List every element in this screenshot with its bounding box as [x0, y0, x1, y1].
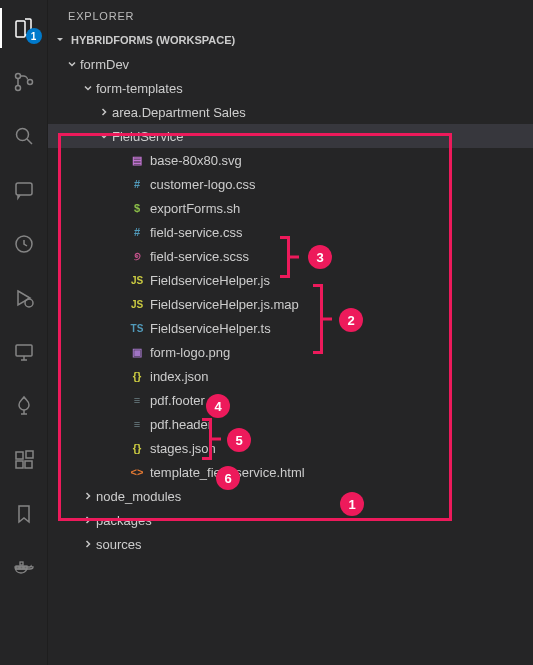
image-icon: ▣ [128, 346, 146, 359]
file-label: FieldserviceHelper.js [150, 273, 270, 288]
file-item[interactable]: ୭field-service.scss [48, 244, 533, 268]
svg-point-6 [25, 299, 33, 307]
activity-remote[interactable] [0, 332, 48, 372]
file-label: FieldserviceHelper.ts [150, 321, 271, 336]
activity-chat[interactable] [0, 170, 48, 210]
file-item[interactable]: $exportForms.sh [48, 196, 533, 220]
activity-scm[interactable] [0, 62, 48, 102]
file-item[interactable]: #field-service.css [48, 220, 533, 244]
chevron-down-icon [80, 82, 96, 94]
svg-point-3 [16, 129, 28, 141]
file-label: pdf.header [150, 417, 212, 432]
folder-formtemplates[interactable]: form-templates [48, 76, 533, 100]
js-icon: JS [128, 275, 146, 286]
chevron-down-icon [52, 34, 68, 46]
folder-packages[interactable]: packages [48, 508, 533, 532]
svg-point-2 [27, 80, 32, 85]
file-item[interactable]: <>template_field-service.html [48, 460, 533, 484]
file-item[interactable]: {}stages.json [48, 436, 533, 460]
folder-label: node_modules [96, 489, 181, 504]
svg-point-1 [15, 86, 20, 91]
activity-bookmarks[interactable] [0, 494, 48, 534]
text-icon: ≡ [128, 418, 146, 430]
folder-label: packages [96, 513, 152, 528]
file-item[interactable]: TSFieldserviceHelper.ts [48, 316, 533, 340]
svg-rect-4 [16, 183, 32, 195]
folder-label: form-templates [96, 81, 183, 96]
file-item[interactable]: #customer-logo.css [48, 172, 533, 196]
svg-rect-11 [26, 451, 33, 458]
js-icon: JS [128, 299, 146, 310]
activity-extensions[interactable] [0, 440, 48, 480]
file-item[interactable]: ≡pdf.footer [48, 388, 533, 412]
scss-icon: ୭ [128, 250, 146, 263]
activity-bar: 1 [0, 0, 48, 665]
file-label: customer-logo.css [150, 177, 255, 192]
svg-icon: ▤ [128, 154, 146, 167]
folder-formdev[interactable]: formDev [48, 52, 533, 76]
text-icon: ≡ [128, 394, 146, 406]
json-icon: {} [128, 370, 146, 382]
file-item[interactable]: {}index.json [48, 364, 533, 388]
activity-explorer[interactable]: 1 [0, 8, 48, 48]
chevron-right-icon [96, 106, 112, 118]
file-label: FieldserviceHelper.js.map [150, 297, 299, 312]
folder-label: area.Department Sales [112, 105, 246, 120]
activity-timeline[interactable] [0, 224, 48, 264]
svg-rect-7 [16, 345, 32, 356]
workspace-header[interactable]: HYBRIDFORMS (WORKSPACE) [48, 30, 533, 50]
svg-rect-8 [16, 452, 23, 459]
folder-label: formDev [80, 57, 129, 72]
file-label: field-service.css [150, 225, 242, 240]
json-icon: {} [128, 442, 146, 454]
file-item[interactable]: JSFieldserviceHelper.js [48, 268, 533, 292]
file-label: form-logo.png [150, 345, 230, 360]
chevron-down-icon [64, 58, 80, 70]
activity-testing[interactable] [0, 386, 48, 426]
file-item[interactable]: ▤base-80x80.svg [48, 148, 533, 172]
file-item[interactable]: ▣form-logo.png [48, 340, 533, 364]
chevron-down-icon [96, 130, 112, 142]
chevron-right-icon [80, 490, 96, 502]
svg-rect-15 [20, 562, 23, 565]
explorer-badge: 1 [26, 28, 42, 44]
chevron-right-icon [80, 538, 96, 550]
ts-icon: TS [128, 323, 146, 334]
workspace-title: HYBRIDFORMS (WORKSPACE) [71, 34, 235, 46]
file-label: base-80x80.svg [150, 153, 242, 168]
folder-label: FieldService [112, 129, 184, 144]
explorer-title: EXPLORER [48, 0, 533, 30]
file-label: pdf.footer [150, 393, 205, 408]
folder-sources[interactable]: sources [48, 532, 533, 556]
css-icon: # [128, 178, 146, 190]
activity-debug[interactable] [0, 278, 48, 318]
file-label: stages.json [150, 441, 216, 456]
css-icon: # [128, 226, 146, 238]
activity-docker[interactable] [0, 548, 48, 588]
folder-label: sources [96, 537, 142, 552]
html-icon: <> [128, 466, 146, 478]
activity-search[interactable] [0, 116, 48, 156]
file-label: index.json [150, 369, 209, 384]
explorer-sidebar: EXPLORER HYBRIDFORMS (WORKSPACE) formDev… [48, 0, 533, 665]
file-label: exportForms.sh [150, 201, 240, 216]
svg-point-0 [15, 74, 20, 79]
file-item[interactable]: JSFieldserviceHelper.js.map [48, 292, 533, 316]
shell-icon: $ [128, 202, 146, 214]
folder-areadept[interactable]: area.Department Sales [48, 100, 533, 124]
file-item[interactable]: ≡pdf.header [48, 412, 533, 436]
svg-rect-10 [25, 461, 32, 468]
chevron-right-icon [80, 514, 96, 526]
file-label: template_field-service.html [150, 465, 305, 480]
file-label: field-service.scss [150, 249, 249, 264]
folder-fieldservice[interactable]: FieldService [48, 124, 533, 148]
file-tree: formDev form-templates area.Department S… [48, 50, 533, 556]
folder-nodemodules[interactable]: node_modules [48, 484, 533, 508]
svg-rect-9 [16, 461, 23, 468]
